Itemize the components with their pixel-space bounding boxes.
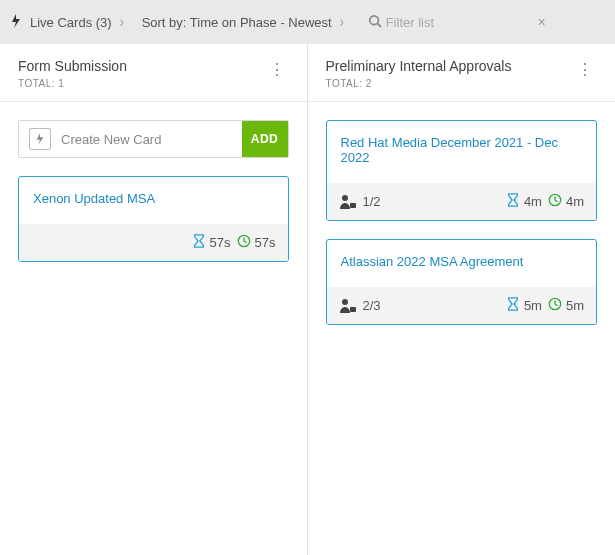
column-menu-button[interactable]: ⋮ xyxy=(573,58,597,82)
column-preliminary-approvals: Preliminary Internal Approvals TOTAL: 2 … xyxy=(308,44,616,555)
chevron-right-icon: › xyxy=(340,13,344,31)
sort-label: Sort by: Time on Phase - Newest xyxy=(142,15,332,30)
create-card-button[interactable]: Create New Card ADD xyxy=(18,120,289,158)
live-cards-label: Live Cards (3) xyxy=(30,15,112,30)
total-time-value: 5m xyxy=(566,298,584,313)
column-header: Preliminary Internal Approvals TOTAL: 2 … xyxy=(308,44,616,101)
filter-field[interactable]: × xyxy=(362,9,552,36)
assignee-ratio: 1/2 xyxy=(363,194,381,209)
svg-rect-7 xyxy=(350,307,356,312)
total-time: 5m xyxy=(548,297,584,314)
sort-dropdown[interactable]: Sort by: Time on Phase - Newest › xyxy=(142,15,344,30)
kanban-board: Form Submission TOTAL: 1 ⋮ Create New Ca… xyxy=(0,44,615,555)
phase-time-value: 5m xyxy=(524,298,542,313)
card-title: Xenon Updated MSA xyxy=(19,177,288,224)
phase-time: 5m xyxy=(506,297,542,314)
card-title: Red Hat Media December 2021 - Dec 2022 xyxy=(327,121,597,183)
assignee-ratio: 2/3 xyxy=(363,298,381,313)
hourglass-icon xyxy=(506,193,520,210)
filter-input[interactable] xyxy=(382,11,522,34)
column-header: Form Submission TOTAL: 1 ⋮ xyxy=(0,44,307,101)
card-footer: 2/3 5m 5m xyxy=(327,287,597,324)
svg-rect-4 xyxy=(350,203,356,208)
column-total: TOTAL: 1 xyxy=(18,78,127,89)
column-title: Form Submission xyxy=(18,58,127,74)
hourglass-icon xyxy=(192,234,206,251)
phase-time-value: 4m xyxy=(524,194,542,209)
svg-point-0 xyxy=(369,15,378,24)
toolbar: Live Cards (3) › Sort by: Time on Phase … xyxy=(0,0,615,44)
bolt-box-icon xyxy=(29,128,51,150)
total-time: 57s xyxy=(237,234,276,251)
phase-time: 4m xyxy=(506,193,542,210)
column-body: Create New Card ADD Xenon Updated MSA 57… xyxy=(0,102,307,555)
clock-icon xyxy=(237,234,251,251)
assignee-icon xyxy=(339,298,357,314)
column-body: Red Hat Media December 2021 - Dec 2022 1… xyxy=(308,102,616,555)
svg-point-6 xyxy=(342,299,348,305)
clear-filter-icon[interactable]: × xyxy=(537,14,545,30)
clock-icon xyxy=(548,193,562,210)
bolt-icon xyxy=(10,14,22,31)
clock-icon xyxy=(548,297,562,314)
card[interactable]: Xenon Updated MSA 57s xyxy=(18,176,289,262)
total-time: 4m xyxy=(548,193,584,210)
card-title: Atlassian 2022 MSA Agreement xyxy=(327,240,597,287)
assignee-icon xyxy=(339,194,357,210)
column-total: TOTAL: 2 xyxy=(326,78,512,89)
column-menu-button[interactable]: ⋮ xyxy=(265,58,289,82)
search-icon xyxy=(368,14,382,31)
card-footer: 57s 57s xyxy=(19,224,288,261)
total-time-value: 57s xyxy=(255,235,276,250)
hourglass-icon xyxy=(506,297,520,314)
column-form-submission: Form Submission TOTAL: 1 ⋮ Create New Ca… xyxy=(0,44,308,555)
card[interactable]: Red Hat Media December 2021 - Dec 2022 1… xyxy=(326,120,598,221)
svg-point-3 xyxy=(342,195,348,201)
chevron-right-icon: › xyxy=(120,13,124,31)
column-title: Preliminary Internal Approvals xyxy=(326,58,512,74)
create-card-label: Create New Card xyxy=(61,132,242,147)
phase-time-value: 57s xyxy=(210,235,231,250)
svg-line-1 xyxy=(377,23,381,27)
card[interactable]: Atlassian 2022 MSA Agreement 2/3 xyxy=(326,239,598,325)
add-button[interactable]: ADD xyxy=(242,121,288,157)
phase-time: 57s xyxy=(192,234,231,251)
total-time-value: 4m xyxy=(566,194,584,209)
card-footer: 1/2 4m 4m xyxy=(327,183,597,220)
live-cards-dropdown[interactable]: Live Cards (3) › xyxy=(10,14,124,31)
